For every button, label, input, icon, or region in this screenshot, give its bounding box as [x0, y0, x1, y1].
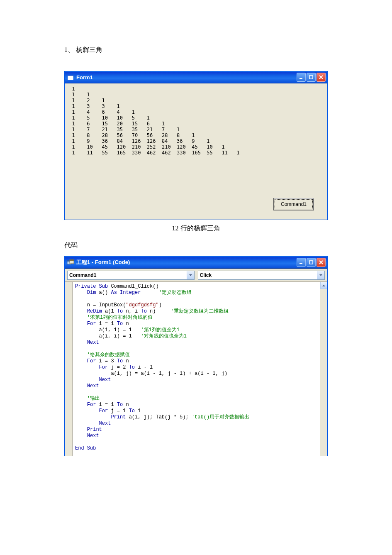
code-heading: 代码 [64, 241, 328, 250]
titlebar[interactable]: Form1 [65, 71, 327, 83]
scroll-up-button[interactable] [320, 282, 327, 289]
form-client-area: 1 1 1 1 2 1 1 3 3 1 1 4 6 4 1 1 5 10 10 … [65, 83, 327, 220]
code-margin [65, 282, 73, 456]
procedure-combo[interactable]: Click [198, 271, 325, 280]
code-titlebar[interactable]: 工程1 - Form1 (Code) [65, 257, 327, 269]
form1-window: Form1 1 1 1 1 2 1 1 3 3 1 1 4 6 4 1 [64, 71, 328, 220]
command1-button[interactable]: Command1 [273, 198, 314, 210]
chevron-down-icon[interactable] [187, 271, 194, 279]
svg-rect-3 [309, 76, 313, 79]
svg-rect-9 [309, 261, 313, 264]
maximize-button[interactable] [307, 73, 316, 82]
combo-row: Command1 Click [65, 269, 327, 282]
object-combo[interactable]: Command1 [67, 271, 195, 280]
chevron-down-icon[interactable] [317, 271, 324, 279]
svg-rect-2 [299, 78, 302, 79]
vb-icon [67, 259, 74, 266]
maximize-button[interactable] [307, 258, 316, 267]
object-combo-value: Command1 [69, 272, 96, 278]
pascal-triangle-output: 1 1 1 1 2 1 1 3 3 1 1 4 6 4 1 1 5 10 10 … [69, 86, 323, 156]
minimize-button[interactable] [297, 258, 306, 267]
doc-heading: 1、 杨辉三角 [64, 46, 328, 54]
figure-caption: 12 行的杨辉三角 [64, 224, 328, 233]
code-window-title: 工程1 - Form1 (Code) [76, 259, 130, 266]
svg-rect-7 [70, 259, 74, 261]
close-button[interactable] [317, 258, 326, 267]
form-icon [67, 74, 74, 81]
procedure-combo-value: Click [200, 272, 212, 278]
code-window: 工程1 - Form1 (Code) Command1 [64, 256, 328, 456]
close-button[interactable] [317, 73, 326, 82]
vertical-scrollbar[interactable] [320, 282, 327, 456]
code-editor-area[interactable]: Private Sub Command1_Click() Dim a() As … [73, 282, 320, 456]
svg-rect-8 [299, 263, 302, 264]
svg-rect-1 [68, 75, 73, 76]
window-title: Form1 [76, 74, 93, 81]
minimize-button[interactable] [297, 73, 306, 82]
